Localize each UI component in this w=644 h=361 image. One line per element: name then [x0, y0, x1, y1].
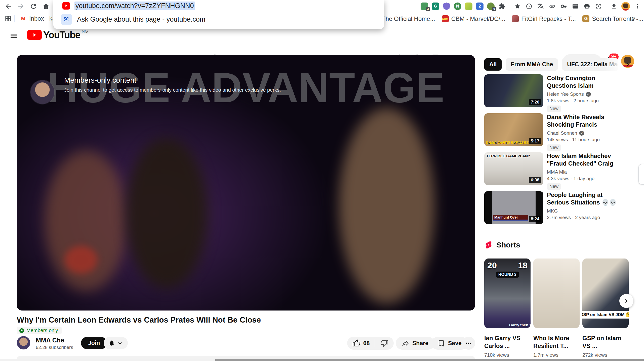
shorts-kebab-icon[interactable] — [525, 335, 531, 346]
link-icon[interactable] — [548, 2, 556, 10]
channel-avatar[interactable] — [17, 336, 30, 349]
print-icon[interactable] — [583, 2, 591, 10]
filter-chips-row: All From MMA Che UFC 322: Della Maddalen… — [484, 58, 631, 71]
shield-extension-icon[interactable] — [443, 3, 450, 10]
omnibox-suggestion-row[interactable]: Ask Google about this page - youtube.com — [53, 12, 384, 27]
suggested-video-title[interactable]: How Islam Makhachev "Fraud Checked" Crai… — [547, 152, 631, 167]
extension-icon-2[interactable]: G — [432, 3, 439, 10]
address-url-text[interactable]: youtube.com/watch?v=7zZYFNHGNN0 — [74, 2, 195, 10]
cbm-icon: CBM — [442, 15, 449, 22]
members-only-title: Members-only content — [64, 76, 136, 84]
translate-icon[interactable] — [537, 2, 545, 10]
extensions-puzzle-icon[interactable] — [498, 2, 506, 10]
shorts-kebab-icon[interactable] — [574, 335, 580, 346]
dislike-button[interactable] — [375, 337, 394, 350]
views-meta: 1.8k views · 2 hours ago — [547, 98, 631, 104]
verified-icon — [579, 131, 584, 136]
downloads-icon[interactable] — [610, 2, 618, 10]
shorts-title[interactable]: Who Is More Resilient T... — [533, 334, 580, 350]
guide-hamburger-icon[interactable] — [10, 31, 20, 41]
horizontal-scrollbar[interactable] — [0, 359, 644, 361]
more-actions-kebab-icon[interactable] — [462, 337, 475, 350]
share-icon — [402, 339, 409, 347]
side-panel-handle[interactable] — [638, 164, 644, 185]
suggested-video-row[interactable]: TERRIBLE GAMEPLAN? 6:38 How Islam Makhac… — [484, 152, 631, 185]
screenshot-lens-icon[interactable] — [594, 2, 602, 10]
browser-profile-avatar[interactable] — [621, 2, 630, 11]
globe-extension-icon[interactable]: X — [487, 3, 495, 10]
shorts-title[interactable]: Ian Garry VS Carlos ... — [484, 334, 531, 350]
bookmark-cbm[interactable]: CBM CBM - Marvel/DC/... — [439, 14, 508, 24]
chips-next-chevron-icon[interactable] — [624, 61, 631, 68]
extension-icon-1[interactable]: 4 — [421, 3, 428, 10]
suggestion-text: Ask Google about this page - youtube.com — [77, 16, 205, 23]
shorts-next-arrow[interactable] — [619, 294, 633, 308]
bookmark-official-home[interactable]: The Official Home... — [379, 14, 438, 24]
video-thumbnail[interactable]: DANA WHITE EXPOSES FRANCIS ! 5:17 — [484, 113, 543, 146]
verified-icon — [586, 92, 591, 97]
video-kebab-icon[interactable] — [625, 114, 631, 125]
browser-menu-kebab-icon[interactable] — [633, 2, 641, 10]
chip-all[interactable]: All — [484, 58, 502, 71]
video-thumbnail[interactable]: 7:20 — [484, 74, 543, 107]
video-player[interactable]: HUGE ADVANTAGE Members-only content Join… — [17, 55, 475, 311]
chip-from-channel[interactable]: From MMA Che — [506, 58, 558, 71]
bookmarks-overflow-chevron[interactable]: » — [631, 14, 635, 22]
chip-ufc-322[interactable]: UFC 322: Della Maddalena — [562, 58, 618, 71]
extension-icon-4[interactable]: N — [454, 3, 461, 10]
like-button[interactable]: 68 — [347, 337, 375, 350]
thumb-down-icon — [381, 339, 388, 347]
shorts-title[interactable]: GSP on Islam VS ... — [582, 334, 629, 350]
suggested-video-title[interactable]: Dana White Reveals Shocking Francis Ngan… — [547, 113, 631, 128]
shorts-card-3[interactable]: GSP on Islam VS JDM 🤔 — [582, 259, 629, 328]
video-thumbnail[interactable]: TERRIBLE GAMEPLAN? 6:38 — [484, 152, 543, 185]
suggested-video-row[interactable]: DANA WHITE EXPOSES FRANCIS ! 5:17 Dana W… — [484, 113, 631, 146]
bookmarks-right-group: The Official Home... CBM CBM - Marvel/DC… — [379, 12, 644, 25]
new-badge: New — [547, 183, 561, 190]
suggested-video-row[interactable]: 7:20 Colby Covington Questions Islam Mak… — [484, 74, 631, 107]
passwords-key-icon[interactable] — [560, 2, 568, 10]
suggested-video-title[interactable]: Colby Covington Questions Islam Makhache… — [547, 74, 631, 89]
join-button[interactable]: Join — [81, 337, 107, 349]
share-button[interactable]: Share — [396, 337, 434, 350]
subscribed-bell-button[interactable] — [104, 337, 128, 349]
bookmark-fitgirl[interactable]: FitGirl Repacks - T... — [509, 14, 578, 24]
sparkle-extension-icon[interactable] — [465, 3, 472, 10]
shorts-card-1[interactable]: 20 18 ROUND 3 Garry then successfully — [484, 259, 531, 328]
payment-card-icon[interactable] — [571, 2, 579, 10]
bookmark-label: Search Torrents -... — [592, 15, 643, 22]
omnibox-url-row[interactable]: youtube.com/watch?v=7zZYFNHGNN0 — [53, 0, 384, 12]
channel-name[interactable]: MMA Che — [36, 337, 64, 344]
torrents-icon: G — [582, 15, 589, 22]
home-icon[interactable] — [41, 2, 51, 11]
shorts-card-2[interactable] — [533, 259, 580, 328]
video-kebab-icon[interactable] — [625, 153, 631, 164]
suggested-channel: Helen Yee Sports — [547, 91, 631, 97]
shorts-meta-col: Who Is More Resilient T... 1.7m views — [533, 334, 580, 358]
new-badge: New — [547, 106, 561, 112]
scrollbar-thumb[interactable] — [215, 359, 644, 361]
youtube-logo[interactable]: YouTube NG — [27, 30, 88, 40]
video-kebab-icon[interactable] — [625, 192, 631, 203]
extension-icon-6[interactable]: 2 — [476, 3, 484, 10]
suggested-video-title[interactable]: People Laughing at Serious Situations 💀💀 — [547, 191, 631, 206]
apps-grid-icon[interactable] — [5, 15, 12, 22]
video-kebab-icon[interactable] — [625, 75, 631, 86]
members-only-channel-avatar — [30, 80, 54, 104]
youtube-wordmark: YouTube — [43, 30, 80, 40]
history-clock-icon[interactable] — [525, 2, 533, 10]
back-icon[interactable] — [4, 2, 13, 11]
forward-icon[interactable] — [16, 2, 26, 11]
bookmarks-divider — [14, 15, 15, 22]
google-lens-icon — [61, 14, 72, 25]
omnibox-dropdown: youtube.com/watch?v=7zZYFNHGNN0 Ask Goog… — [53, 0, 384, 29]
bookmark-star-icon[interactable] — [513, 2, 521, 10]
reload-icon[interactable] — [29, 2, 38, 11]
bell-icon — [108, 340, 115, 347]
video-thumbnail[interactable]: Manhunt Over 8:24 — [484, 191, 543, 224]
shorts-kebab-icon[interactable] — [623, 335, 629, 346]
like-count: 68 — [363, 340, 370, 347]
bookmark-label: CBM - Marvel/DC/... — [451, 15, 505, 22]
suggested-video-row[interactable]: Manhunt Over 8:24 People Laughing at Ser… — [484, 191, 631, 224]
extension-badge: 4 — [426, 7, 430, 11]
